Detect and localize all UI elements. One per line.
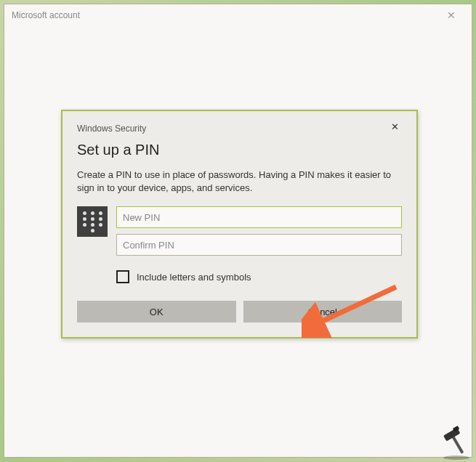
include-symbols-checkbox[interactable] bbox=[116, 270, 129, 283]
include-symbols-row: Include letters and symbols bbox=[116, 270, 402, 283]
new-pin-input[interactable] bbox=[116, 206, 402, 228]
confirm-pin-input[interactable] bbox=[116, 234, 402, 256]
outer-titlebar: Microsoft account ✕ bbox=[4, 4, 472, 26]
close-icon[interactable]: ✕ bbox=[437, 7, 466, 24]
dialog-title: Windows Security bbox=[77, 123, 387, 134]
pin-fields bbox=[116, 206, 402, 262]
dialog-button-row: OK Cancel bbox=[77, 301, 402, 323]
ok-button[interactable]: OK bbox=[77, 301, 236, 323]
dialog-titlebar: Windows Security ✕ bbox=[77, 121, 402, 136]
cancel-button[interactable]: Cancel bbox=[243, 301, 403, 323]
microsoft-account-window: Microsoft account ✕ Windows Security ✕ S… bbox=[4, 4, 472, 458]
include-symbols-label: Include letters and symbols bbox=[137, 272, 251, 283]
dialog-description: Create a PIN to use in place of password… bbox=[77, 169, 402, 195]
security-dialog: Windows Security ✕ Set up a PIN Create a… bbox=[61, 110, 418, 339]
dialog-heading: Set up a PIN bbox=[77, 142, 402, 158]
close-icon[interactable]: ✕ bbox=[387, 121, 402, 136]
keypad-icon bbox=[77, 206, 108, 237]
outer-window-title: Microsoft account bbox=[12, 10, 437, 20]
pin-input-row bbox=[77, 206, 402, 262]
